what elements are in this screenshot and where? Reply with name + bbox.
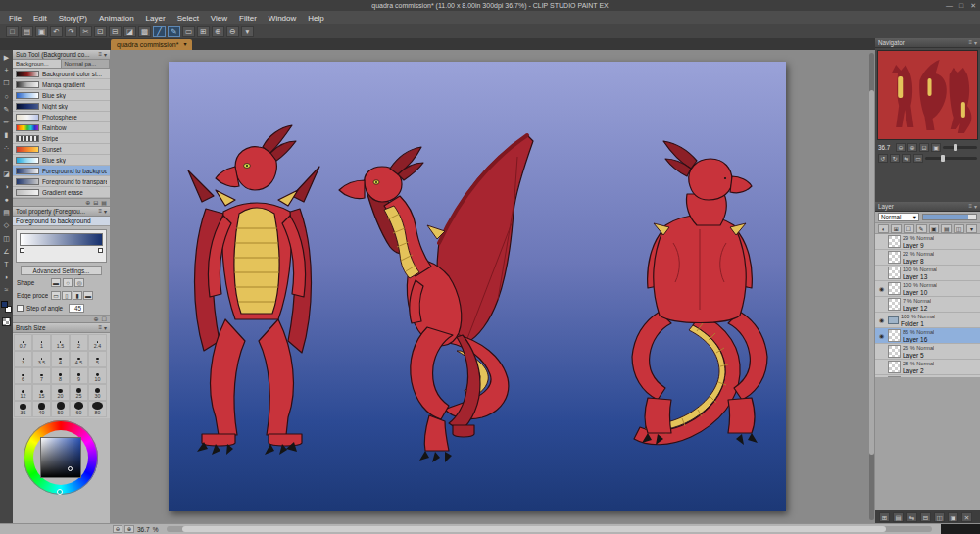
delete-subtool-icon[interactable]: ⊟ (93, 199, 98, 206)
gradient-tool[interactable]: ▤ (1, 208, 12, 218)
panel-menu-icon[interactable]: ≡ (98, 208, 102, 215)
color-swatches[interactable] (1, 301, 12, 313)
edge-option-4-icon[interactable]: ▬ (83, 291, 93, 300)
brush-size-preset[interactable]: 8 (51, 367, 70, 384)
subtool-item[interactable]: Blue sky (13, 90, 110, 101)
navigator-thumbnail[interactable] (877, 50, 978, 140)
subtool-item[interactable]: Blue sky (13, 155, 110, 166)
foreground-color-swatch[interactable] (1, 301, 8, 308)
brush-size-preset[interactable]: 7 (32, 367, 51, 384)
subtool-item[interactable]: Rainbow (13, 122, 110, 133)
subtool-item[interactable]: Background color st... (13, 69, 110, 79)
fill-icon[interactable]: ▩ (138, 26, 151, 37)
eraser-tool[interactable]: ◪ (1, 170, 12, 179)
nav-rotate-left-icon[interactable]: ↺ (878, 154, 888, 163)
blend-mode-select[interactable]: Normal ▾ (878, 213, 919, 221)
subtool-item[interactable]: Foreground to transparent (13, 176, 110, 187)
status-zoom-in-icon[interactable]: ⊕ (124, 525, 134, 533)
snap-special-ruler-icon[interactable]: ✎ (168, 26, 180, 37)
ruler-tool[interactable]: ∠ (1, 247, 12, 257)
brush-size-preset[interactable]: 3 (14, 351, 32, 367)
brush-size-preset[interactable]: 6 (14, 367, 32, 384)
enable-ruler-icon[interactable]: ▤ (941, 224, 952, 233)
new-layer-icon[interactable]: ⊞ (879, 512, 890, 522)
brush-size-preset[interactable]: 9 (70, 367, 88, 384)
sv-cursor[interactable] (68, 466, 73, 471)
edge-option-1-icon[interactable]: ▭ (51, 291, 61, 300)
merge-down-icon[interactable]: ⊟ (920, 512, 931, 522)
brush-size-preset[interactable]: 4.5 (70, 351, 88, 367)
menu-animation[interactable]: Animation (93, 13, 140, 24)
subtool-item[interactable]: Foreground to background (13, 166, 110, 176)
subtool-tab-normal[interactable]: Normal pa... (62, 60, 111, 68)
gradient-editor[interactable] (16, 229, 107, 263)
minimize-button[interactable]: — (946, 1, 953, 10)
navigator-rotate-slider[interactable] (925, 157, 977, 160)
status-zoom-out-icon[interactable]: ⊖ (113, 525, 122, 533)
panel-collapse-icon[interactable]: ▾ (104, 208, 107, 215)
menu-layer[interactable]: Layer (140, 13, 172, 24)
brush-size-preset[interactable]: 15 (32, 384, 51, 401)
step-of-angle-checkbox[interactable] (17, 305, 24, 312)
layer-row[interactable]: 26 % NormalLayer 5 (875, 344, 980, 360)
vertical-scroll-thumb[interactable] (869, 90, 874, 455)
canvas[interactable] (169, 62, 786, 511)
brush-size-preset[interactable]: 60 (70, 401, 88, 417)
nav-zoom-100-icon[interactable]: ▣ (931, 143, 941, 152)
brush-size-preset[interactable]: 30 (88, 384, 107, 401)
layer-row[interactable]: 22 % NormalLayer 8 (875, 250, 980, 266)
panel-menu-icon[interactable]: ≡ (98, 51, 102, 58)
brush-size-preset[interactable]: 1 (32, 334, 51, 351)
advanced-settings-button[interactable]: Advanced Settings... (21, 266, 102, 275)
brush-size-preset[interactable]: 80 (88, 401, 107, 417)
subtool-options-icon[interactable]: ▤ (101, 199, 107, 206)
saturation-value-square[interactable] (40, 437, 81, 478)
airbrush-tool[interactable]: ∴ (1, 143, 12, 153)
nav-reset-rotation-icon[interactable]: ▭ (913, 154, 923, 163)
new-folder-icon[interactable]: ▤ (893, 512, 904, 522)
menu-select[interactable]: Select (172, 13, 205, 24)
eraser-icon[interactable]: ◪ (123, 26, 136, 37)
reference-layer-icon[interactable]: ▣ (929, 224, 940, 233)
visibility-eye-icon[interactable]: ◉ (877, 285, 886, 292)
delete-layer-icon[interactable]: ✕ (961, 512, 972, 522)
menu-filter[interactable]: Filter (233, 13, 263, 24)
nav-zoom-out-icon[interactable]: ⊖ (896, 143, 906, 152)
figure-tool[interactable]: ◇ (1, 220, 12, 230)
gradient-preview[interactable] (20, 233, 103, 246)
maximize-button[interactable]: □ (959, 1, 963, 10)
subtool-tab-background[interactable]: Backgroun... (13, 60, 62, 68)
layer-blend-icon[interactable]: ◐ (878, 224, 889, 233)
panel-collapse-icon[interactable]: ▾ (974, 203, 977, 210)
panel-collapse-icon[interactable]: ▾ (104, 51, 107, 58)
menu-view[interactable]: View (205, 13, 233, 24)
frame-border-tool[interactable]: ◫ (1, 234, 12, 244)
brush-size-preset[interactable]: 1.5 (51, 334, 70, 351)
nav-rotate-right-icon[interactable]: ↻ (890, 154, 900, 163)
layer-row[interactable]: ◉86 % NormalLayer 16 (875, 328, 980, 344)
nav-flip-horizontal-icon[interactable]: ⇆ (902, 154, 911, 163)
layer-row[interactable]: ◉100 % NormalLayer 10 (875, 281, 980, 297)
brush-size-preset[interactable]: 2.4 (88, 334, 107, 351)
menu-window[interactable]: Window (263, 13, 302, 24)
vertical-scrollbar[interactable] (869, 53, 874, 520)
panel-menu-icon[interactable]: ≡ (98, 324, 102, 331)
subtool-item[interactable]: Manga gradient (13, 79, 110, 90)
lock-layer-icon[interactable]: ☐ (904, 224, 914, 233)
subtool-item[interactable]: Sunset (13, 144, 110, 155)
transparent-color-chip[interactable] (2, 317, 11, 326)
lasso-tool[interactable]: ○ (1, 92, 12, 102)
menu-help[interactable]: Help (302, 13, 329, 24)
brush-size-preset[interactable]: 25 (70, 384, 88, 401)
step-of-angle-value[interactable]: 45 (69, 304, 84, 313)
fill-tool[interactable]: ● (1, 195, 12, 205)
layer-row[interactable]: 100 % NormalLayer 13 (875, 266, 980, 281)
clip-to-layer-icon[interactable]: ⊞ (891, 224, 902, 233)
brush-size-preset[interactable]: 35 (14, 401, 32, 417)
correction-tool[interactable]: ≈ (1, 285, 12, 295)
transfer-layer-icon[interactable]: ⇆ (906, 512, 917, 522)
menu-file[interactable]: File (3, 13, 27, 24)
pen-tool[interactable]: ✎ (1, 105, 12, 115)
brush-size-preset[interactable]: 0.7 (14, 334, 32, 351)
layer-row[interactable]: 29 % NormalLayer 9 (875, 234, 980, 250)
